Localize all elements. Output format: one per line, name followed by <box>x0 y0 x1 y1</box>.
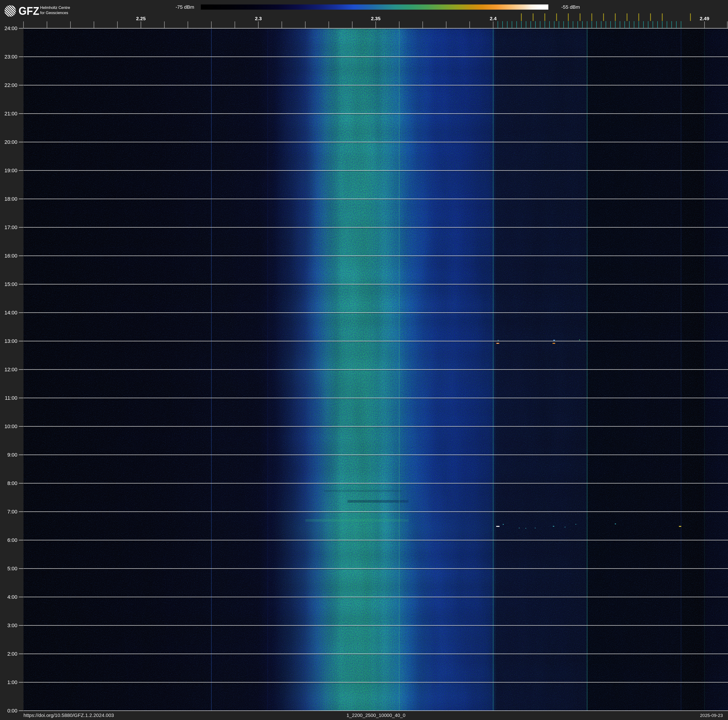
svg-text:2:00: 2:00 <box>7 651 17 657</box>
svg-text:1:00: 1:00 <box>7 679 17 685</box>
svg-text:19:00: 19:00 <box>5 167 17 173</box>
svg-text:GFZ: GFZ <box>18 5 39 17</box>
svg-text:24:00: 24:00 <box>5 25 17 31</box>
svg-text:for Geosciences: for Geosciences <box>40 11 68 15</box>
svg-text:4:00: 4:00 <box>7 594 17 600</box>
svg-text:14:00: 14:00 <box>5 310 17 316</box>
svg-text:-75 dBm: -75 dBm <box>176 4 194 10</box>
svg-text:10:00: 10:00 <box>5 423 17 429</box>
svg-text:17:00: 17:00 <box>5 224 17 230</box>
svg-text:5:00: 5:00 <box>7 565 17 571</box>
svg-text:15:00: 15:00 <box>5 281 17 287</box>
svg-text:https://doi.org/10.5880/GFZ.1.: https://doi.org/10.5880/GFZ.1.2.2024.003 <box>23 712 114 718</box>
svg-text:11:00: 11:00 <box>5 395 17 401</box>
svg-text:9:00: 9:00 <box>7 452 17 458</box>
svg-text:8:00: 8:00 <box>7 480 17 486</box>
svg-text:-55 dBm: -55 dBm <box>561 4 580 10</box>
svg-text:22:00: 22:00 <box>5 82 17 88</box>
svg-text:7:00: 7:00 <box>7 509 17 515</box>
svg-text:2.25: 2.25 <box>136 16 146 21</box>
svg-text:1_2200_2500_10000_40_0: 1_2200_2500_10000_40_0 <box>347 712 405 718</box>
svg-text:21:00: 21:00 <box>5 111 17 116</box>
svg-text:20:00: 20:00 <box>5 139 17 145</box>
svg-text:2.4: 2.4 <box>489 16 497 21</box>
svg-text:6:00: 6:00 <box>7 537 17 543</box>
svg-text:2.35: 2.35 <box>371 16 381 21</box>
svg-text:2.49: 2.49 <box>700 16 710 21</box>
svg-text:23:00: 23:00 <box>5 54 17 60</box>
svg-text:13:00: 13:00 <box>5 338 17 344</box>
svg-text:Helmholtz Centre: Helmholtz Centre <box>40 5 70 10</box>
svg-text:18:00: 18:00 <box>5 196 17 202</box>
svg-text:16:00: 16:00 <box>5 253 17 259</box>
svg-text:3:00: 3:00 <box>7 622 17 628</box>
svg-text:12:00: 12:00 <box>5 366 17 372</box>
svg-text:0:00: 0:00 <box>7 708 17 714</box>
svg-text:2025-09-23: 2025-09-23 <box>700 713 723 718</box>
svg-text:2.3: 2.3 <box>255 16 262 21</box>
